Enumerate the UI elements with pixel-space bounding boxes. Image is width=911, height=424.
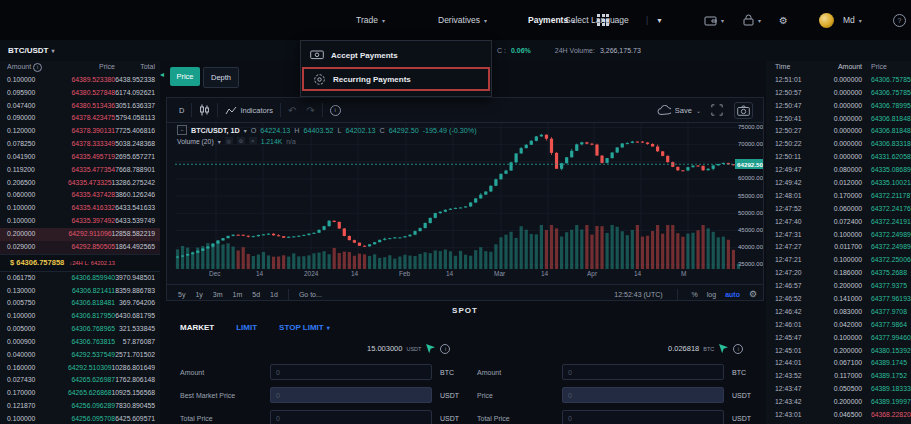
range-5y[interactable]: 5y: [178, 291, 185, 298]
snapshot-button[interactable]: [734, 102, 753, 119]
chart-symbol-label[interactable]: BTC/USDT, 1D: [191, 126, 240, 135]
bid-row[interactable]: 0.040000 64292.537549 2571.701502: [0, 349, 160, 362]
price-axis[interactable]: 75000.0070000.0060000.0055000.0050000.00…: [737, 123, 764, 269]
range-1y[interactable]: 1y: [195, 291, 202, 298]
trade-row: 12:46:42 0.083000 64377.9708: [766, 306, 911, 319]
language-selector[interactable]: Select Language: [565, 0, 629, 40]
ask-row[interactable]: 0.200000 64292.911096 12858.582219: [0, 228, 160, 241]
nav-derivatives[interactable]: Derivatives ▾: [438, 0, 487, 40]
bid-row[interactable]: 0.000900 64306.763815 57.876087: [0, 336, 160, 349]
fullscreen-button[interactable]: [711, 104, 723, 116]
chart-settings-button[interactable]: ⚙: [749, 289, 757, 299]
trades-list: 12:51:01 0.000000 64306.757858 12:50:57 …: [766, 74, 911, 424]
trade-row: 12:45:01 0.200000 64380.153929: [766, 345, 911, 358]
ask-row[interactable]: 0.041900 64335.495719 2695.657271: [0, 151, 160, 164]
chart-clock[interactable]: 12:52:43 (UTC): [614, 291, 662, 298]
ask-row[interactable]: 0.095900 64380.527848 6174.092621: [0, 87, 160, 100]
range-5d[interactable]: 5d: [252, 291, 260, 298]
language-caret-button[interactable]: ▼: [656, 0, 663, 40]
ask-row[interactable]: 0.100000 64335.397492 6433.539749: [0, 215, 160, 228]
help-button[interactable]: ?: [893, 0, 906, 40]
buy-amount-input[interactable]: [270, 364, 432, 380]
bid-row[interactable]: 0.170000 64265.626868 10925.156568: [0, 387, 160, 400]
bid-row[interactable]: 0.100000 64256.095708 6425.609571: [0, 413, 160, 424]
ask-amount: 0.200000: [0, 228, 57, 241]
info-icon[interactable]: i: [330, 105, 341, 116]
collapse-panel-icon[interactable]: ◂: [160, 70, 164, 79]
bid-row[interactable]: 0.121870 64256.096289 7830.890455: [0, 400, 160, 413]
close-icon[interactable]: ×: [249, 137, 257, 145]
buy-price-input[interactable]: [270, 387, 432, 403]
time-axis-label: Dec: [209, 270, 221, 277]
bid-row[interactable]: 0.005000 64306.768965 321.533845: [0, 323, 160, 336]
bid-row[interactable]: 0.005750 64306.818481 369.764206: [0, 297, 160, 310]
ask-row[interactable]: 0.060000 64335.437428 3860.126246: [0, 189, 160, 202]
bid-row[interactable]: 0.061750 64306.859940 3970.948501: [0, 272, 160, 285]
ask-row[interactable]: 0.120000 64378.390131 7725.406816: [0, 125, 160, 138]
wallet-icon: [704, 14, 718, 27]
scale-auto-button[interactable]: auto: [725, 291, 740, 298]
collapse-legend-icon[interactable]: −: [177, 125, 187, 135]
ask-row[interactable]: 0.206500 64335.473325 13286.275242: [0, 177, 160, 190]
buy-total-row: Total Price USDT: [180, 410, 459, 424]
orders-menu[interactable]: ▾: [742, 0, 761, 40]
candle-style-button[interactable]: [199, 104, 210, 116]
undo-icon[interactable]: ↶: [288, 105, 296, 116]
bid-row[interactable]: 0.130000 64306.821411 8359.886783: [0, 285, 160, 298]
last-price-row[interactable]: $ 64306.757858 ↓24H L: 64202.13: [0, 254, 160, 272]
tab-limit[interactable]: LIMIT: [236, 323, 257, 332]
volume-ma-label[interactable]: Volume (20): [177, 138, 214, 145]
nav-trade[interactable]: Trade ▾: [356, 0, 385, 40]
tab-market[interactable]: MARKET: [180, 323, 214, 332]
interval-button[interactable]: D: [179, 106, 184, 115]
ask-row[interactable]: 0.100000 64389.523380 6438.952338: [0, 74, 160, 87]
buy-total-input[interactable]: [270, 410, 432, 424]
tab-depth[interactable]: Depth: [203, 67, 239, 88]
scale-log-button[interactable]: log: [707, 291, 716, 298]
scale-percent-button[interactable]: %: [692, 291, 698, 298]
time-axis-label: Mar: [494, 270, 505, 277]
bid-price: 64306.859940: [59, 272, 115, 285]
cursor-arrow-icon[interactable]: [425, 343, 436, 354]
save-button[interactable]: Save ⌄: [657, 105, 701, 116]
sell-balance-unit: BTC: [703, 346, 714, 352]
redo-icon[interactable]: ↷: [306, 105, 314, 116]
indicators-button[interactable]: Indicators: [225, 106, 273, 115]
bid-row[interactable]: 0.100000 64306.817950 6430.681795: [0, 310, 160, 323]
sell-total-input[interactable]: [562, 410, 724, 424]
bids-list: 0.061750 64306.859940 3970.948501 0.1300…: [0, 272, 160, 424]
time-axis[interactable]: Dec14202414Feb14Mar14Apr14M: [175, 270, 741, 282]
ask-amount: 0.047400: [0, 100, 59, 113]
sell-price-input[interactable]: [562, 387, 724, 403]
wallet-menu[interactable]: ▾: [704, 0, 724, 40]
ask-row[interactable]: 0.047400 64380.513436 3051.636337: [0, 100, 160, 113]
pair-selector[interactable]: BTC/USDT ▾: [0, 46, 54, 55]
gear-icon[interactable]: ⚙: [237, 137, 245, 145]
tab-price[interactable]: Price: [170, 67, 200, 86]
range-1d[interactable]: 1d: [270, 291, 278, 298]
user-menu[interactable]: Md ▾: [819, 0, 862, 40]
range-3m[interactable]: 3m: [213, 291, 223, 298]
settings-button[interactable]: ⚙: [779, 0, 788, 40]
info-icon[interactable]: i: [733, 344, 743, 354]
info-icon[interactable]: i: [440, 344, 450, 354]
goto-date-button[interactable]: Go to...: [299, 291, 322, 298]
trade-amount: 0.170000: [817, 190, 862, 203]
info-icon[interactable]: i: [33, 63, 42, 72]
tab-stop-limit[interactable]: STOP LIMIT ▾: [279, 323, 330, 332]
menu-item-accept-payments[interactable]: Accept Payments: [301, 44, 491, 66]
bid-row[interactable]: 0.160000 64292.510309 10286.801649: [0, 362, 160, 375]
menu-item-recurring-payments[interactable]: Recurring Payments: [302, 67, 490, 91]
ask-row[interactable]: 0.090000 64378.423475 5794.058113: [0, 112, 160, 125]
sell-amount-input[interactable]: [562, 364, 724, 380]
ask-row[interactable]: 0.078250 64378.333349 5038.248368: [0, 138, 160, 151]
range-1m[interactable]: 1m: [233, 291, 243, 298]
ask-row[interactable]: 0.100000 64335.416332 6433.541633: [0, 202, 160, 215]
cursor-arrow-icon[interactable]: [718, 343, 729, 354]
bid-row[interactable]: 0.027430 64265.626987 1762.806148: [0, 374, 160, 387]
ask-row[interactable]: 0.029000 64292.850505 1864.492565: [0, 241, 160, 254]
eye-icon[interactable]: ◎: [225, 137, 233, 145]
asks-list: 0.100000 64389.523380 6438.952338 0.0959…: [0, 74, 160, 254]
orderbook-header-total: Total: [115, 61, 160, 74]
ask-row[interactable]: 0.119200 64335.477354 7668.788901: [0, 164, 160, 177]
